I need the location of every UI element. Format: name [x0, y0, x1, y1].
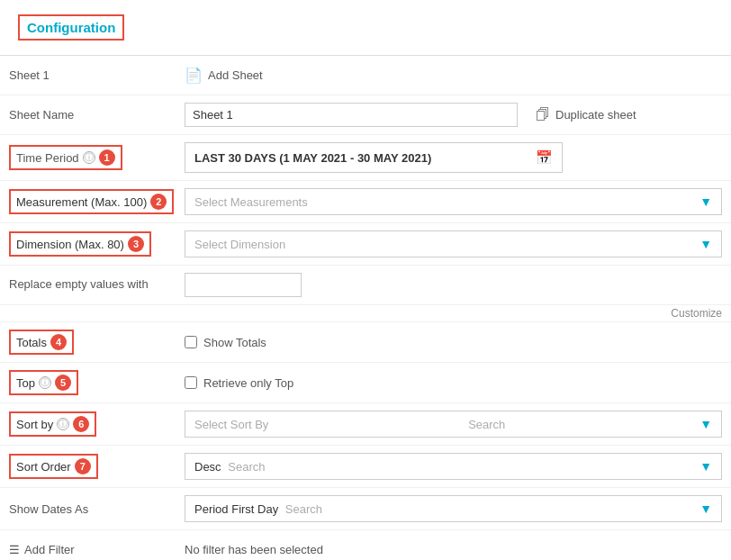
replace-empty-content [185, 273, 722, 297]
show-dates-value-container: Period First Day Search [194, 502, 322, 516]
sort-by-content: Select Sort By Search ▼ [185, 411, 722, 438]
replace-empty-label: Replace empty values with [9, 276, 185, 293]
time-period-value: LAST 30 DAYS (1 MAY 2021 - 30 MAY 2021) [194, 151, 431, 165]
add-filter-button[interactable]: ☰ Add Filter [9, 543, 185, 556]
sort-order-value-container: Desc Search [194, 460, 265, 474]
sort-order-row: Sort Order 7 Desc Search ▼ [0, 446, 731, 488]
add-filter-icon: ☰ [9, 543, 20, 556]
sort-by-text: Sort by [16, 418, 53, 431]
sheet-name-label: Sheet Name [9, 108, 185, 122]
customize-row: Customize [0, 305, 731, 322]
dimension-label-container: Dimension (Max. 80) 3 [9, 231, 185, 257]
sort-by-info-icon[interactable]: ⓘ [57, 418, 69, 430]
top-text: Top [16, 376, 35, 390]
totals-badge: 4 [50, 334, 67, 350]
sort-order-content: Desc Search ▼ [185, 453, 722, 480]
show-dates-row: Show Dates As Period First Day Search ▼ [0, 488, 731, 530]
totals-label-container: Totals 4 [9, 330, 185, 355]
top-label-container: Top ⓘ 5 [9, 370, 185, 395]
time-period-label-container: Time Period ⓘ 1 [9, 145, 185, 170]
dimension-content: Select Dimension ▼ [185, 230, 722, 257]
show-dates-content: Period First Day Search ▼ [185, 495, 722, 522]
retrieve-top-label[interactable]: Retrieve only Top [185, 376, 293, 390]
sheet-name-row: Sheet Name 🗍 Duplicate sheet [0, 95, 731, 135]
sheet-name-content: 🗍 Duplicate sheet [185, 103, 722, 127]
top-outlined: Top ⓘ 5 [9, 370, 78, 395]
duplicate-sheet-button[interactable]: 🗍 Duplicate sheet [536, 107, 636, 123]
retrieve-top-checkbox[interactable] [185, 376, 197, 389]
sort-order-dropdown-arrow: ▼ [699, 459, 712, 474]
customize-link[interactable]: Customize [671, 307, 722, 320]
calendar-icon: 📅 [536, 149, 553, 166]
replace-empty-row: Replace empty values with [0, 266, 731, 305]
top-row: Top ⓘ 5 Retrieve only Top [0, 363, 731, 403]
add-filter-row: ☰ Add Filter No filter has been selected [0, 530, 731, 560]
show-totals-checkbox[interactable] [185, 336, 197, 348]
sort-order-outlined: Sort Order 7 [9, 454, 98, 479]
measurement-dropdown[interactable]: Select Measurements ▼ [185, 188, 722, 215]
show-dates-dropdown[interactable]: Period First Day Search ▼ [185, 495, 722, 522]
sort-order-search: Search [228, 460, 265, 474]
show-dates-search: Search [285, 502, 322, 516]
dimension-dropdown[interactable]: Select Dimension ▼ [185, 230, 722, 257]
top-badge: 5 [55, 375, 71, 391]
sort-order-dropdown[interactable]: Desc Search ▼ [185, 453, 722, 480]
totals-content: Show Totals [185, 336, 722, 349]
sheet1-content: 📄 Add Sheet [185, 67, 722, 84]
add-filter-label: Add Filter [24, 543, 75, 556]
sort-by-row: Sort by ⓘ 6 Select Sort By Search ▼ [0, 403, 731, 446]
dimension-text: Dimension (Max. 80) [16, 238, 124, 251]
time-period-text: Time Period [16, 151, 79, 165]
page-title: Configuration [18, 14, 124, 41]
sort-order-value: Desc [194, 460, 221, 474]
top-info-icon[interactable]: ⓘ [39, 376, 51, 389]
totals-outlined: Totals 4 [9, 330, 74, 355]
sort-by-label-container: Sort by ⓘ 6 [9, 411, 185, 437]
add-filter-content: No filter has been selected [185, 543, 722, 556]
sort-by-badge: 6 [73, 416, 89, 432]
totals-text: Totals [16, 336, 47, 349]
sheet1-row: Sheet 1 📄 Add Sheet [0, 56, 731, 95]
measurement-placeholder: Select Measurements [194, 195, 308, 209]
time-period-info-icon[interactable]: ⓘ [83, 151, 95, 164]
sort-order-label-container: Sort Order 7 [9, 454, 185, 479]
dimension-placeholder: Select Dimension [194, 238, 285, 251]
time-period-content: LAST 30 DAYS (1 MAY 2021 - 30 MAY 2021) … [185, 142, 722, 173]
dimension-outlined: Dimension (Max. 80) 3 [9, 231, 151, 257]
sort-order-badge: 7 [75, 458, 91, 474]
measurement-badge: 2 [150, 194, 167, 210]
retrieve-top-text: Retrieve only Top [203, 376, 293, 390]
dimension-badge: 3 [128, 236, 144, 252]
measurement-text: Measurement (Max. 100) [16, 195, 147, 209]
show-dates-value: Period First Day [194, 502, 278, 516]
sort-order-text: Sort Order [16, 460, 71, 474]
duplicate-icon: 🗍 [536, 107, 550, 123]
show-totals-label[interactable]: Show Totals [185, 336, 266, 349]
sort-by-dropdown-arrow: ▼ [699, 417, 712, 431]
measurement-label-container: Measurement (Max. 100) 2 [9, 189, 185, 214]
dimension-dropdown-arrow: ▼ [699, 237, 712, 251]
sort-by-search-text: Search [468, 418, 505, 431]
measurement-dropdown-arrow: ▼ [699, 194, 712, 209]
totals-row: Totals 4 Show Totals [0, 322, 731, 363]
measurement-row: Measurement (Max. 100) 2 Select Measurem… [0, 181, 731, 223]
sheet1-label: Sheet 1 [9, 68, 185, 82]
top-content: Retrieve only Top [185, 376, 722, 390]
show-totals-text: Show Totals [203, 336, 266, 349]
dimension-row: Dimension (Max. 80) 3 Select Dimension ▼ [0, 223, 731, 266]
show-dates-dropdown-arrow: ▼ [699, 501, 712, 516]
time-period-badge: 1 [99, 149, 115, 166]
replace-empty-input[interactable] [185, 273, 302, 297]
sort-by-placeholder: Select Sort By [194, 418, 268, 431]
duplicate-label: Duplicate sheet [555, 108, 636, 122]
sort-by-outlined: Sort by ⓘ 6 [9, 411, 96, 437]
show-dates-label: Show Dates As [9, 502, 185, 516]
add-sheet-button[interactable]: 📄 Add Sheet [185, 67, 263, 84]
measurement-outlined: Measurement (Max. 100) 2 [9, 189, 174, 214]
no-filter-text: No filter has been selected [185, 543, 323, 556]
sheet-name-input[interactable] [185, 103, 518, 127]
add-sheet-icon: 📄 [185, 67, 203, 84]
sort-by-dropdown[interactable]: Select Sort By Search ▼ [185, 411, 722, 438]
time-period-row: Time Period ⓘ 1 LAST 30 DAYS (1 MAY 2021… [0, 135, 731, 181]
time-period-button[interactable]: LAST 30 DAYS (1 MAY 2021 - 30 MAY 2021) … [185, 142, 563, 173]
